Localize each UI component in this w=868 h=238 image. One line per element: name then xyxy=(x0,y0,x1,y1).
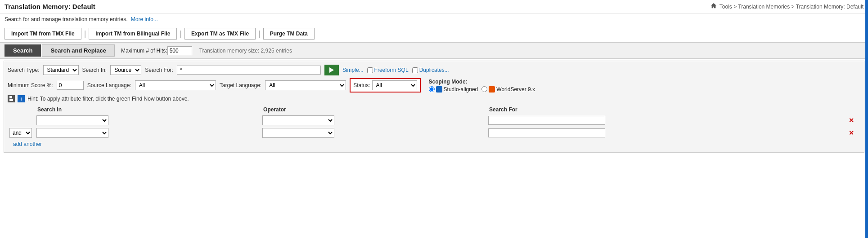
target-lang-label: Target Language: xyxy=(220,82,261,88)
studio-aligned-label: Studio-aligned xyxy=(444,86,478,93)
target-lang-select[interactable]: All xyxy=(265,80,346,90)
svg-rect-3 xyxy=(9,99,13,101)
scoping-mode: Scoping Mode: Studio-aligned WorldServer… xyxy=(429,79,535,93)
breadcrumb: Tools > Translation Memories > Translati… xyxy=(711,3,864,10)
filter-row-2-remove-button[interactable]: ✕ xyxy=(849,129,854,137)
divider-3: | xyxy=(258,29,261,39)
filter-row-1: ✕ xyxy=(8,114,860,127)
top-bar: Translation Memory: Default Tools > Tran… xyxy=(0,0,868,13)
status-box: Status: All Available Locked xyxy=(350,78,420,93)
filter-row-1-search-for-input[interactable] xyxy=(488,116,605,125)
filter-row-1-operator-select[interactable] xyxy=(262,115,334,125)
filter-row-2-search-in-cell xyxy=(35,127,261,139)
source-lang-select[interactable]: All xyxy=(135,80,216,90)
tab-search-replace[interactable]: Search and Replace xyxy=(42,44,115,57)
freeform-sql-label: Freeform SQL xyxy=(374,67,409,73)
filter-row-1-operator-cell xyxy=(261,114,486,127)
col-header-remove xyxy=(847,105,860,114)
attr-filter-table: Search In Operator Search For xyxy=(8,105,860,149)
col-header-and xyxy=(8,105,35,114)
hint-row: i Hint: To apply attribute filter, click… xyxy=(8,95,860,102)
filter-row-2-operator-select[interactable] xyxy=(262,128,334,138)
scoping-options: Studio-aligned WorldServer 9.x xyxy=(429,86,535,93)
add-another-cell: add another xyxy=(8,139,860,149)
col-header-search-for: Search For xyxy=(486,105,847,114)
search-panel: Search Type: Standard Fuzzy Exact Search… xyxy=(4,61,864,153)
page-title: Translation Memory: Default xyxy=(4,3,95,10)
search-type-select[interactable]: Standard Fuzzy Exact xyxy=(43,65,79,75)
divider-2: | xyxy=(180,29,182,39)
search-type-label: Search Type: xyxy=(8,67,40,73)
studio-aligned-option[interactable]: Studio-aligned xyxy=(429,86,478,93)
filter-row-2: and or xyxy=(8,127,860,139)
min-score-label: Minimum Score %: xyxy=(8,82,53,88)
add-another-link[interactable]: add another xyxy=(13,141,42,147)
search-for-label: Search For: xyxy=(145,67,173,73)
worldserver-icon xyxy=(489,86,495,93)
studio-icon xyxy=(436,86,442,93)
search-row-1: Search Type: Standard Fuzzy Exact Search… xyxy=(8,65,860,75)
status-select[interactable]: All Available Locked xyxy=(372,80,417,90)
search-row-2: Minimum Score %: Source Language: All Ta… xyxy=(8,78,860,93)
info-icon: i xyxy=(18,95,25,102)
filter-row-2-and-select[interactable]: and or xyxy=(9,128,32,138)
find-now-button[interactable] xyxy=(324,65,339,75)
search-for-input[interactable] xyxy=(177,66,321,75)
worldserver-option[interactable]: WorldServer 9.x xyxy=(481,86,535,93)
import-tmx-button[interactable]: Import TM from TMX File xyxy=(4,28,81,40)
subtitle-bar: Search for and manage translation memory… xyxy=(0,13,868,25)
filter-row-2-operator-cell xyxy=(261,127,486,139)
tabs-row: Search Search and Replace Maximum # of H… xyxy=(0,43,868,59)
scoping-mode-title: Scoping Mode: xyxy=(429,79,535,85)
filter-row-2-search-for-input[interactable] xyxy=(488,128,605,137)
col-header-search-in: Search In xyxy=(35,105,261,114)
filter-row-2-remove-cell: ✕ xyxy=(847,127,860,139)
breadcrumb-text: Tools > Translation Memories > Translati… xyxy=(720,4,864,10)
duplicates-checkbox-label[interactable]: Duplicates... xyxy=(412,67,449,73)
add-another-row: add another xyxy=(8,139,860,149)
studio-aligned-radio[interactable] xyxy=(429,86,435,92)
toolbar: Import TM from TMX File | Import TM from… xyxy=(0,25,868,43)
import-bilingual-button[interactable]: Import TM from Bilingual File xyxy=(89,28,177,40)
duplicates-link: Duplicates... xyxy=(419,67,449,73)
filter-row-1-search-in-cell xyxy=(35,114,261,127)
save-icon xyxy=(8,95,15,102)
filter-row-2-search-in-select[interactable] xyxy=(36,128,108,138)
filter-row-1-remove-button[interactable]: ✕ xyxy=(849,117,854,124)
status-label: Status: xyxy=(353,82,370,88)
home-icon xyxy=(711,3,717,10)
divider-1: | xyxy=(84,29,86,39)
filter-row-1-search-for-cell xyxy=(486,114,847,127)
search-in-select[interactable]: Source Target Both xyxy=(110,65,141,75)
search-in-label: Search In: xyxy=(82,67,107,73)
simple-link[interactable]: Simple... xyxy=(342,67,364,73)
find-arrow-icon xyxy=(328,66,336,74)
worldserver-label: WorldServer 9.x xyxy=(496,86,535,93)
worldserver-radio[interactable] xyxy=(481,86,487,92)
source-lang-label: Source Language: xyxy=(87,82,131,88)
filter-row-1-and-cell xyxy=(8,114,35,127)
duplicates-checkbox[interactable] xyxy=(412,67,418,73)
min-score-input[interactable] xyxy=(57,81,84,90)
max-hits-label: Maximum # of Hits: xyxy=(121,48,167,54)
freeform-sql-checkbox-label[interactable]: Freeform SQL xyxy=(367,67,409,73)
filter-row-2-and-cell: and or xyxy=(8,127,35,139)
tab-search[interactable]: Search xyxy=(4,44,41,57)
filter-row-1-search-in-select[interactable] xyxy=(36,115,108,125)
tm-size-info: Translation memory size: 2,925 entries xyxy=(199,48,292,54)
svg-marker-0 xyxy=(329,67,334,73)
max-hits-input[interactable] xyxy=(167,46,192,55)
subtitle-text: Search for and manage translation memory… xyxy=(4,16,127,22)
more-info-link[interactable]: More info... xyxy=(131,16,158,22)
right-edge-bar xyxy=(865,0,868,238)
export-tmx-button[interactable]: Export TM as TMX File xyxy=(184,28,256,40)
purge-button[interactable]: Purge TM Data xyxy=(263,28,315,40)
hint-text: Hint: To apply attribute filter, click t… xyxy=(27,96,189,102)
filter-row-2-search-for-cell xyxy=(486,127,847,139)
svg-rect-2 xyxy=(9,96,12,98)
freeform-sql-checkbox[interactable] xyxy=(367,67,373,73)
filter-row-1-remove-cell: ✕ xyxy=(847,114,860,127)
col-header-operator: Operator xyxy=(261,105,486,114)
